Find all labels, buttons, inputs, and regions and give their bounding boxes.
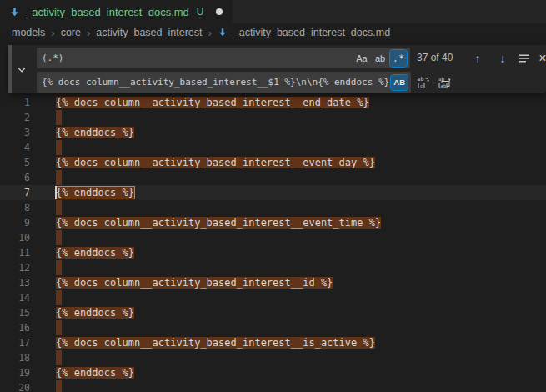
code-line[interactable]: 10 — [0, 230, 546, 245]
chevron-right-icon: › — [51, 27, 54, 39]
code-line[interactable]: 15 {% enddocs %} — [0, 305, 546, 320]
line-text: {% enddocs %} — [56, 125, 134, 140]
preserve-case-button[interactable]: AB — [391, 75, 408, 90]
line-text: {% enddocs %} — [56, 305, 134, 320]
line-number: 10 — [0, 230, 30, 245]
line-text — [56, 110, 62, 125]
markdown-file-icon — [218, 28, 228, 38]
line-number: 7 — [0, 185, 30, 200]
line-text: {% enddocs %} — [56, 185, 134, 200]
line-number: 9 — [0, 215, 30, 230]
markdown-file-icon — [9, 7, 20, 18]
vscode-window: _activity_based_interest_docs.md U model… — [0, 0, 546, 392]
line-number: 11 — [0, 245, 30, 260]
close-find-widget-button[interactable]: × — [533, 48, 546, 68]
svg-text:ab: ab — [441, 83, 447, 88]
next-match-button[interactable]: ↓ — [493, 48, 512, 68]
line-text — [56, 320, 62, 335]
line-number: 3 — [0, 125, 30, 140]
code-line[interactable]: 20 — [0, 380, 546, 392]
line-number: 6 — [0, 170, 30, 185]
breadcrumb-item-file[interactable]: _activity_based_interest_docs.md — [233, 27, 390, 38]
find-replace-widget: (.*) Aa ab .* 37 of 40 ↑ ↓ × {% docs col… — [8, 45, 546, 93]
find-results-count: 37 of 40 — [417, 48, 453, 68]
line-number: 18 — [0, 350, 30, 365]
replace-all-button[interactable]: ab ab — [435, 72, 455, 93]
code-line[interactable]: 3 {% enddocs %} — [0, 125, 546, 140]
svg-text:ab: ab — [438, 76, 445, 82]
line-text — [56, 290, 62, 305]
previous-match-button[interactable]: ↑ — [468, 48, 487, 68]
code-line[interactable]: 18 — [0, 350, 546, 365]
code-line[interactable]: 17 {% docs column__activity_based_intere… — [0, 335, 546, 350]
chevron-right-icon: › — [87, 27, 90, 39]
line-number: 4 — [0, 140, 30, 155]
code-line[interactable]: 19 {% enddocs %} — [0, 365, 546, 380]
line-text: {% docs column__activity_based_interest_… — [56, 215, 381, 230]
line-text: {% enddocs %} — [56, 245, 134, 260]
line-number: 12 — [0, 260, 30, 275]
find-in-selection-button[interactable] — [515, 48, 533, 68]
code-line[interactable]: 9 {% docs column__activity_based_interes… — [0, 215, 546, 230]
line-number: 17 — [0, 335, 30, 350]
line-text — [56, 350, 62, 365]
line-text — [56, 140, 62, 155]
code-line[interactable]: 1 {% docs column__activity_based_interes… — [0, 95, 546, 110]
line-text: {% enddocs %} — [56, 365, 134, 380]
code-line[interactable]: 14 — [0, 290, 546, 305]
line-number: 8 — [0, 200, 30, 215]
line-text — [56, 230, 62, 245]
unsaved-dot-icon[interactable] — [216, 8, 223, 15]
line-number: 14 — [0, 290, 30, 305]
find-widget-resize-sash[interactable] — [8, 45, 12, 93]
breadcrumb-item-core[interactable]: core — [61, 27, 81, 38]
match-case-button[interactable]: Aa — [353, 50, 370, 67]
line-text: {% docs column__activity_based_interest_… — [56, 335, 375, 350]
tab-activity-based-interest-docs[interactable]: _activity_based_interest_docs.md U — [0, 0, 233, 23]
line-text — [56, 200, 62, 215]
code-line[interactable]: 11 {% enddocs %} — [0, 245, 546, 260]
whole-word-button[interactable]: ab — [372, 50, 388, 67]
line-text — [56, 170, 62, 185]
svg-text:ab: ab — [418, 76, 424, 83]
find-input[interactable]: (.*) Aa ab .* — [37, 48, 410, 68]
line-number: 2 — [0, 110, 30, 125]
line-number: 1 — [0, 95, 30, 110]
code-line[interactable]: 2 — [0, 110, 546, 125]
line-text — [56, 380, 62, 392]
git-status-badge: U — [197, 6, 204, 18]
text-cursor — [55, 186, 57, 199]
toggle-replace-chevron-icon[interactable] — [15, 63, 28, 77]
code-line[interactable]: 16 — [0, 320, 546, 335]
code-line[interactable]: 12 — [0, 260, 546, 275]
code-line[interactable]: 6 — [0, 170, 546, 185]
code-line[interactable]: 8 — [0, 200, 546, 215]
line-number: 13 — [0, 275, 30, 290]
replace-button[interactable]: ab c — [413, 72, 433, 93]
breadcrumb-item-activity-based-interest[interactable]: activity_based_interest — [96, 27, 202, 38]
line-number: 5 — [0, 155, 30, 170]
replace-input[interactable]: {% docs column__activity_based_interest_… — [37, 72, 411, 93]
line-text: {% docs column__activity_based_interest_… — [56, 95, 369, 110]
code-line[interactable]: 4 — [0, 140, 546, 155]
line-text: {% docs column__activity_based_interest_… — [56, 275, 333, 290]
line-text — [56, 260, 62, 275]
editor-content: 1 {% docs column__activity_based_interes… — [0, 42, 546, 392]
svg-text:c: c — [420, 83, 423, 88]
tab-bar: _activity_based_interest_docs.md U — [0, 0, 546, 23]
breadcrumb: models › core › activity_based_interest … — [0, 23, 546, 42]
regex-button[interactable]: .* — [390, 50, 407, 67]
breadcrumb-item-models[interactable]: models — [12, 27, 45, 38]
replace-input-value: {% docs column__activity_based_interest_… — [42, 77, 388, 88]
tab-filename: _activity_based_interest_docs.md — [26, 6, 189, 18]
line-number: 16 — [0, 320, 30, 335]
line-text: {% docs column__activity_based_interest_… — [56, 155, 375, 170]
chevron-right-icon: › — [208, 27, 211, 39]
line-number: 15 — [0, 305, 30, 320]
find-input-value: (.*) — [42, 53, 352, 63]
code-line[interactable]: 5 {% docs column__activity_based_interes… — [0, 155, 546, 170]
code-line[interactable]: 13 {% docs column__activity_based_intere… — [0, 275, 546, 290]
line-number: 19 — [0, 365, 30, 380]
code-line[interactable]: 7 {% enddocs %} — [0, 185, 546, 200]
line-number: 20 — [0, 380, 30, 392]
